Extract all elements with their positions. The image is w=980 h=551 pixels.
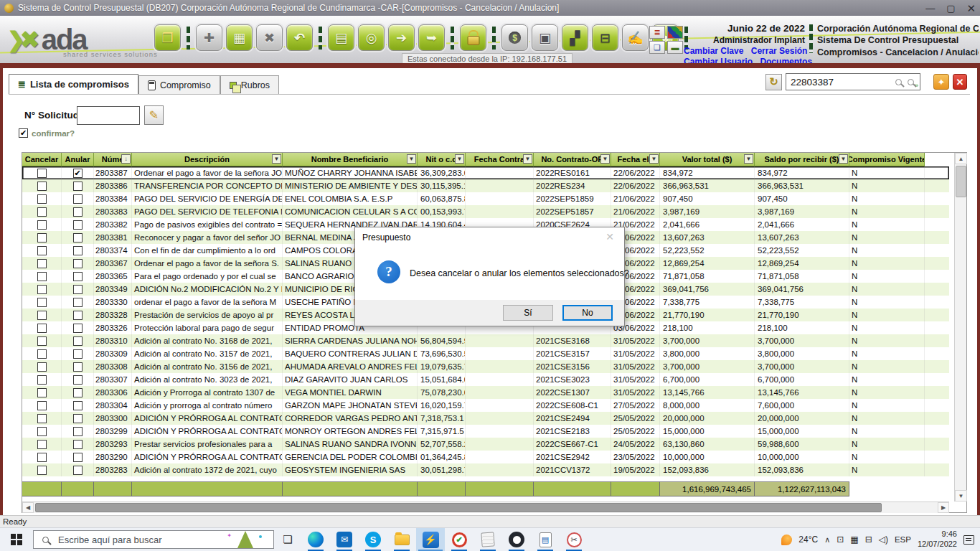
network-icon[interactable]: ⊟ xyxy=(865,534,872,545)
cancelar-checkbox[interactable] xyxy=(37,233,47,242)
table-row[interactable]: 2803283Adición al contrato 1372 de 2021,… xyxy=(22,463,949,476)
cancelar-checkbox[interactable] xyxy=(37,182,47,191)
filter-icon[interactable]: ▼ xyxy=(600,154,610,164)
cancelar-checkbox[interactable] xyxy=(37,453,47,462)
anular-checkbox[interactable] xyxy=(73,388,83,397)
anular-checkbox[interactable] xyxy=(73,349,83,359)
print-icon[interactable] xyxy=(328,24,354,51)
cancelar-checkbox[interactable] xyxy=(37,440,47,449)
open-folder-icon[interactable] xyxy=(154,24,181,51)
anular-checkbox[interactable] xyxy=(73,194,83,204)
cancelar-checkbox[interactable] xyxy=(37,220,47,230)
weather-icon[interactable] xyxy=(781,534,792,545)
layout-list-icon[interactable]: ≣ xyxy=(649,26,665,39)
sign-document-icon[interactable] xyxy=(622,24,649,51)
filter-icon[interactable]: ▼ xyxy=(455,154,464,164)
table-row[interactable]: 2803308Adición al contrato No. 3156 de 2… xyxy=(22,360,949,373)
table-row[interactable]: 2803306Adición y Prorroga al contrato 13… xyxy=(22,386,949,399)
anular-checkbox[interactable] xyxy=(73,440,83,449)
cancelar-checkbox[interactable] xyxy=(37,259,47,268)
tab-lista-de-compromisos[interactable]: ≣ Lista de compromisos xyxy=(9,74,138,94)
anular-checkbox[interactable] xyxy=(73,414,83,423)
anular-checkbox[interactable] xyxy=(73,259,83,268)
table-row[interactable]: 2803309Adición al contrato No. 3157 de 2… xyxy=(22,347,949,360)
change-password-link[interactable]: Cambiar Clave xyxy=(684,46,743,56)
cancelar-checkbox[interactable] xyxy=(37,194,47,204)
quick-search-input[interactable] xyxy=(786,73,920,90)
filter-icon[interactable]: ▼ xyxy=(407,154,416,164)
anular-checkbox[interactable] xyxy=(73,324,83,333)
snipping-tool-icon[interactable]: ✂ xyxy=(560,528,588,551)
confirmar-checkbox[interactable] xyxy=(19,128,28,138)
column-header[interactable]: Nombre Beneficiario▼ xyxy=(283,153,418,166)
scroll-down-icon[interactable]: ▼ xyxy=(955,490,967,501)
anular-checkbox[interactable] xyxy=(73,336,83,346)
skype-icon[interactable]: S xyxy=(359,528,387,551)
refresh-icon[interactable]: ↻ xyxy=(765,74,782,90)
column-header[interactable]: Anular xyxy=(62,153,94,166)
change-user-link[interactable]: Cambiar Usuario xyxy=(684,57,753,63)
cancelar-checkbox[interactable] xyxy=(37,375,47,385)
file-explorer-icon[interactable] xyxy=(387,528,416,551)
edit-pen-button[interactable]: ✎ xyxy=(144,105,164,125)
cancelar-checkbox[interactable] xyxy=(37,246,47,255)
cancelar-checkbox[interactable] xyxy=(37,401,47,410)
cancelar-checkbox[interactable] xyxy=(37,272,47,281)
anular-checkbox[interactable] xyxy=(73,362,83,372)
scroll-left-icon[interactable]: ◀ xyxy=(22,502,34,513)
yes-button[interactable]: Sí xyxy=(503,305,553,321)
column-header[interactable]: Nit o c.c▼ xyxy=(418,153,466,166)
table-row[interactable]: 2803300ADICIÓN Y PRÓRROGA AL CONTRATO 24… xyxy=(22,412,949,425)
delete-record-icon[interactable] xyxy=(256,24,283,51)
cancelar-checkbox[interactable] xyxy=(37,362,47,372)
close-icon[interactable]: ✕ xyxy=(966,3,976,14)
panda-app-icon[interactable] xyxy=(502,528,531,551)
favorite-icon[interactable]: ✦ xyxy=(933,74,949,90)
task-view-icon[interactable]: ❏ xyxy=(274,528,301,551)
table-row[interactable]: 2803304Adición y prorroga al contrato nú… xyxy=(22,399,949,412)
blocks-icon[interactable] xyxy=(562,24,588,51)
anular-checkbox[interactable] xyxy=(73,311,83,320)
dialog-close-icon[interactable]: ✕ xyxy=(595,227,624,246)
cascade-windows-icon[interactable]: ❏ xyxy=(649,41,665,54)
cancelar-checkbox[interactable] xyxy=(37,414,47,423)
table-row[interactable]: 2803299ADICIÓN Y PRÓRROGA AL CONTRATO 21… xyxy=(22,425,949,438)
tab-compromiso[interactable]: Compromiso xyxy=(138,75,220,94)
anular-checkbox[interactable] xyxy=(73,182,83,191)
filter-icon[interactable]: ▼ xyxy=(649,154,659,164)
solicitud-input[interactable] xyxy=(77,106,140,125)
mail-icon[interactable]: ✉ xyxy=(330,528,359,551)
close-module-icon[interactable]: ✕ xyxy=(953,74,967,90)
anular-checkbox[interactable] xyxy=(73,233,83,242)
presupuesto-app-icon[interactable]: ⚡ xyxy=(416,528,445,551)
tray-expand-icon[interactable]: ∧ xyxy=(824,535,830,545)
filter-icon[interactable]: ▼ xyxy=(744,154,753,164)
cancelar-checkbox[interactable] xyxy=(37,388,47,397)
taskbar-search[interactable]: Escribe aquí para buscar ✦ xyxy=(33,530,274,549)
column-header[interactable]: Cancelar xyxy=(22,153,62,166)
column-header[interactable]: No. Contrato-OP▼ xyxy=(534,153,611,166)
notepad-icon[interactable] xyxy=(473,528,502,551)
table-row[interactable]: 2803386TRANSFERENCIA POR CONCEPTO DEL 20… xyxy=(22,179,949,192)
horizontal-scroll-thumb[interactable] xyxy=(35,503,882,512)
anular-checkbox[interactable] xyxy=(73,220,83,230)
shopping-cart-icon[interactable] xyxy=(592,24,618,51)
cancelar-checkbox[interactable] xyxy=(37,324,47,333)
save-icon[interactable] xyxy=(226,24,253,51)
vertical-scroll-thumb[interactable] xyxy=(956,166,966,197)
battery-icon[interactable]: ▦ xyxy=(850,534,858,545)
horizontal-scrollbar[interactable]: ◀ ▶ xyxy=(22,501,949,513)
restore-icon[interactable]: ▢ xyxy=(946,4,955,13)
start-button[interactable] xyxy=(0,528,33,551)
minimize-icon[interactable]: — xyxy=(925,4,935,13)
column-header[interactable]: Núme↓ xyxy=(94,153,132,166)
safe-vault-icon[interactable] xyxy=(532,24,558,51)
table-row[interactable]: 2803307Adición al contrato No. 3023 de 2… xyxy=(22,373,949,386)
new-record-icon[interactable] xyxy=(196,24,222,51)
cancelar-checkbox[interactable] xyxy=(37,298,47,307)
filter-icon[interactable]: ▼ xyxy=(523,154,532,164)
cancelar-checkbox[interactable] xyxy=(37,336,47,346)
anular-checkbox[interactable] xyxy=(73,272,83,281)
filter-icon[interactable]: ▼ xyxy=(272,154,281,164)
anular-checkbox[interactable] xyxy=(73,453,83,462)
